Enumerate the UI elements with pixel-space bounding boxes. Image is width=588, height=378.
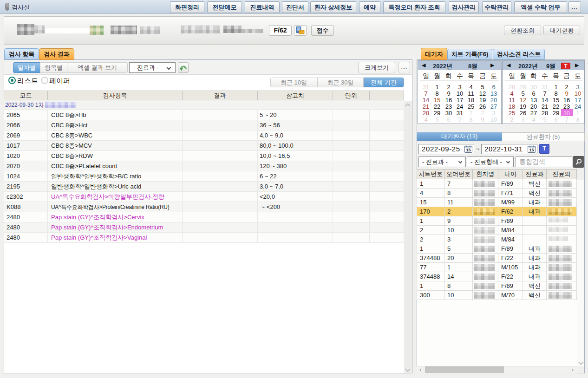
svg-text:15: 15 bbox=[466, 148, 470, 152]
svg-text:15: 15 bbox=[529, 148, 534, 152]
